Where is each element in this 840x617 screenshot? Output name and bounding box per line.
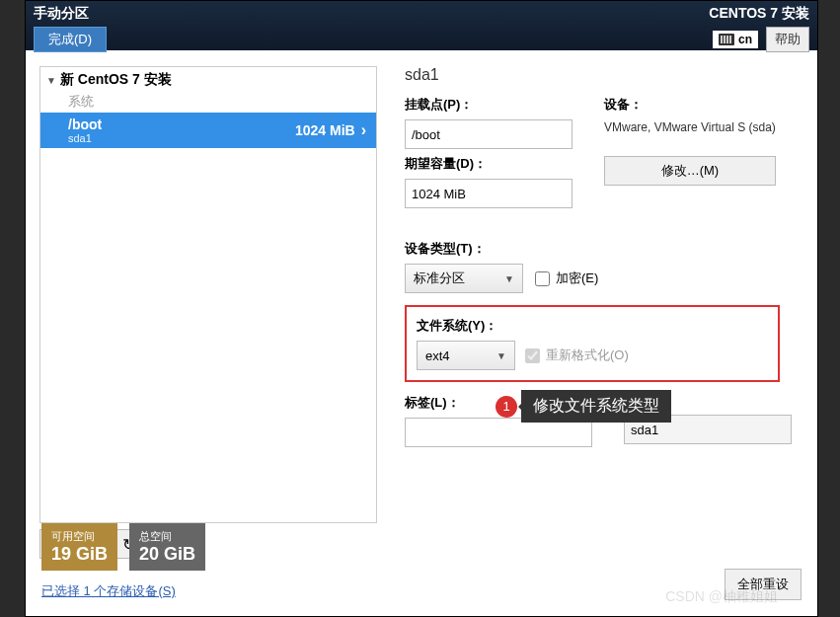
- device-type-label: 设备类型(T)：: [405, 240, 802, 258]
- filesystem-select[interactable]: ext4 ▼: [417, 341, 515, 370]
- expand-icon: ▼: [46, 75, 56, 86]
- modify-devices-button[interactable]: 修改…(M): [604, 156, 776, 186]
- available-space-box: 可用空间 19 GiB: [41, 523, 117, 571]
- system-label: 系统: [40, 93, 376, 113]
- total-space-box: 总空间 20 GiB: [129, 523, 205, 571]
- reformat-checkbox-row: 重新格式化(O): [525, 347, 629, 364]
- reformat-label: 重新格式化(O): [546, 347, 629, 364]
- devices-text: VMware, VMware Virtual S (sda): [604, 119, 776, 136]
- help-button[interactable]: 帮助: [766, 27, 809, 52]
- mountpoint-label: 挂载点(P)：: [405, 96, 573, 114]
- partition-device: sda1: [68, 132, 102, 144]
- total-space-value: 20 GiB: [139, 544, 195, 565]
- annotation-callout: 1 修改文件系统类型: [496, 390, 671, 423]
- storage-devices-link[interactable]: 已选择 1 个存储设备(S): [41, 577, 176, 600]
- encrypt-label: 加密(E): [556, 270, 598, 287]
- detail-panel: sda1 挂载点(P)： 期望容量(D)： 设备： VMware, VMware…: [381, 50, 817, 567]
- devices-label: 设备：: [604, 96, 776, 114]
- chevron-right-icon: ›: [361, 121, 366, 139]
- detail-heading: sda1: [405, 66, 802, 84]
- chevron-down-icon: ▼: [496, 350, 506, 361]
- mountpoint-input[interactable]: [405, 119, 573, 149]
- done-button[interactable]: 完成(D): [34, 27, 107, 52]
- chevron-down-icon: ▼: [504, 273, 514, 284]
- partition-row-boot[interactable]: /boot sda1 1024 MiB ›: [40, 113, 376, 148]
- header-bar: 手动分区 完成(D) CENTOS 7 安装 cn 帮助: [26, 1, 817, 50]
- available-space-value: 19 GiB: [51, 544, 108, 565]
- capacity-label: 期望容量(D)：: [405, 155, 573, 173]
- footer-bar: 可用空间 19 GiB 总空间 20 GiB 已选择 1 个存储设备(S) 全部…: [26, 517, 817, 616]
- tree-title: 新 CentOS 7 安装: [60, 71, 172, 89]
- encrypt-checkbox[interactable]: [535, 271, 550, 286]
- filesystem-value: ext4: [425, 348, 450, 363]
- reset-all-button[interactable]: 全部重设: [725, 569, 802, 600]
- reformat-checkbox: [525, 348, 540, 363]
- device-type-select[interactable]: 标准分区 ▼: [405, 264, 523, 293]
- install-title: CENTOS 7 安装: [709, 5, 809, 23]
- partition-sidebar: ▼ 新 CentOS 7 安装 系统 /boot sda1 1024 MiB ›: [26, 50, 381, 567]
- available-space-label: 可用空间: [51, 529, 108, 544]
- annotation-text: 修改文件系统类型: [521, 390, 671, 423]
- filesystem-highlight: 文件系统(Y)： ext4 ▼ 重新格式化(O): [405, 305, 780, 382]
- encrypt-checkbox-row[interactable]: 加密(E): [535, 270, 598, 287]
- tree-heading[interactable]: ▼ 新 CentOS 7 安装: [40, 67, 376, 93]
- device-type-value: 标准分区: [414, 270, 465, 287]
- keyboard-icon: [719, 34, 734, 45]
- capacity-input[interactable]: [405, 179, 573, 208]
- partition-size: 1024 MiB: [295, 122, 355, 138]
- filesystem-label: 文件系统(Y)：: [417, 317, 768, 335]
- partition-tree: ▼ 新 CentOS 7 安装 系统 /boot sda1 1024 MiB ›: [39, 66, 377, 523]
- partition-name: /boot: [68, 116, 102, 132]
- page-title: 手动分区: [34, 5, 89, 23]
- total-space-label: 总空间: [139, 529, 195, 544]
- language-code: cn: [738, 33, 752, 46]
- language-indicator[interactable]: cn: [713, 31, 758, 48]
